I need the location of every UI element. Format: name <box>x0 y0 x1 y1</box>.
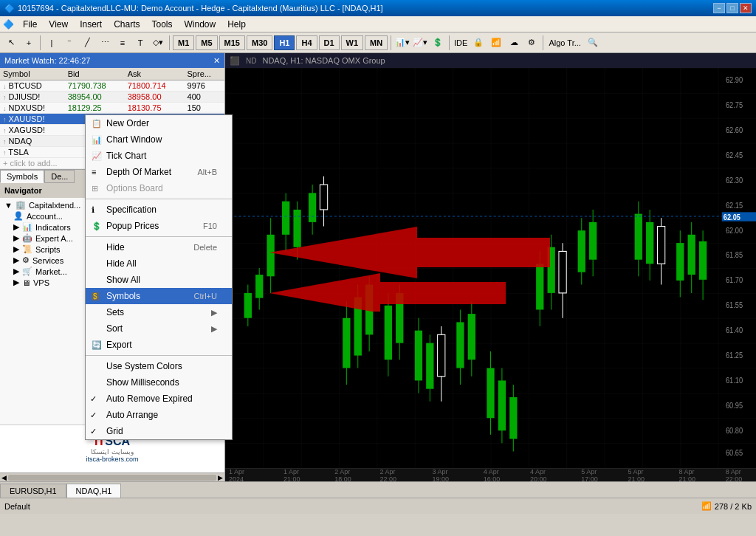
tab-eurusd[interactable]: EURUSD,H1 <box>0 484 66 498</box>
svg-rect-77 <box>676 243 684 281</box>
cm-hide-all[interactable]: Hide All <box>86 255 232 272</box>
time-label: 8 Apr 21:00 <box>679 468 709 481</box>
cm-depth-of-market[interactable]: ≡ Depth Of Market Alt+B <box>86 164 232 180</box>
algo-trade-btn[interactable]: Algo Tr... <box>546 35 583 51</box>
menu-file[interactable]: File <box>17 18 43 31</box>
cm-grid[interactable]: ✓ Grid <box>86 423 232 439</box>
indicator-btn[interactable]: 📈▾ <box>412 35 428 51</box>
svg-rect-31 <box>309 193 316 222</box>
window-controls[interactable]: − □ ✕ <box>713 3 752 13</box>
maximize-button[interactable]: □ <box>726 3 738 13</box>
chart-window-icon: 📊 <box>92 135 102 145</box>
menu-insert[interactable]: Insert <box>74 18 108 31</box>
cloud-btn[interactable]: ☁ <box>506 35 522 51</box>
table-row[interactable]: ↓ BTCUSD 71790.738 71800.714 9976 <box>0 80 224 92</box>
chart-header: ⬛ ND NDAQ, H1: NASDAQ OMX Group <box>225 53 756 68</box>
export-icon: 🔄 <box>92 340 102 350</box>
lock-btn[interactable]: 🔒 <box>470 35 487 51</box>
app-icon: 🔷 <box>4 4 15 13</box>
cm-item-label: Use System Colors <box>106 361 182 371</box>
menu-window[interactable]: Window <box>179 18 222 31</box>
tf-m30[interactable]: M30 <box>247 35 272 50</box>
nav-item-label: Indicators <box>35 223 71 232</box>
tf-w1[interactable]: W1 <box>341 35 364 50</box>
cm-item-label: Sets <box>106 307 124 317</box>
search-btn[interactable]: 🔍 <box>585 35 601 51</box>
menu-view[interactable]: View <box>43 18 74 31</box>
trading-btn[interactable]: 💲 <box>430 35 446 51</box>
shapes-tool[interactable]: ◇▾ <box>150 35 166 51</box>
minimize-button[interactable]: − <box>713 3 725 13</box>
chart-type-btn[interactable]: 📊▾ <box>394 35 410 51</box>
cm-auto-arrange[interactable]: ✓ Auto Arrange <box>86 407 232 423</box>
expand-icon: ▶ <box>13 278 19 287</box>
close-button[interactable]: ✕ <box>740 3 752 13</box>
symbols-icon: $ <box>92 292 99 300</box>
menu-tools[interactable]: Tools <box>146 18 179 31</box>
cm-tick-chart[interactable]: 📈 Tick Chart <box>86 148 232 164</box>
tab-symbols[interactable]: Symbols <box>0 170 44 183</box>
tf-h4[interactable]: H4 <box>296 35 317 50</box>
trendline-tool[interactable]: ╱ <box>79 35 95 51</box>
svg-text:61.40: 61.40 <box>726 326 743 335</box>
nav-item-label: Expert A... <box>35 234 73 243</box>
nav-item-label: Capitalxtend... <box>29 201 80 210</box>
cm-export[interactable]: 🔄 Export <box>86 337 232 353</box>
menu-help[interactable]: Help <box>221 18 252 31</box>
svg-rect-49 <box>438 334 445 376</box>
bottom-scrollbar[interactable]: ◀ ▶ <box>0 473 224 481</box>
svg-rect-81 <box>699 241 707 280</box>
menu-charts[interactable]: Charts <box>108 18 145 31</box>
chart-title: NDAQ, H1: NASDAQ OMX Group <box>262 56 385 65</box>
cm-hide[interactable]: Hide Delete <box>86 239 232 255</box>
market-watch-close[interactable]: ✕ <box>213 56 220 66</box>
crosshair-tool[interactable]: + <box>21 35 37 51</box>
check-grid: ✓ <box>90 427 97 436</box>
cm-sets[interactable]: Sets ▶ <box>86 304 232 320</box>
tf-m15[interactable]: M15 <box>219 35 245 50</box>
scrollbar-track[interactable] <box>8 475 216 481</box>
tab-detail[interactable]: De... <box>44 170 75 183</box>
cm-shortcut-hide: Delete <box>193 243 217 252</box>
cursor-tool[interactable]: ↖ <box>3 35 19 51</box>
svg-text:62.60: 62.60 <box>726 126 743 135</box>
cm-chart-window[interactable]: 📊 Chart Window <box>86 131 232 148</box>
tf-h1[interactable]: H1 <box>274 35 295 50</box>
cm-show-all[interactable]: Show All <box>86 272 232 288</box>
svg-rect-25 <box>267 235 274 276</box>
cm-popup-prices[interactable]: 💲 Popup Prices F10 <box>86 218 232 234</box>
time-label: 2 Apr 22:00 <box>379 468 410 481</box>
tf-mn[interactable]: MN <box>365 35 388 50</box>
hline-tool[interactable]: ⁻ <box>61 35 78 51</box>
ide-btn[interactable]: IDE <box>453 35 469 51</box>
scroll-left-btn[interactable]: ◀ <box>1 474 7 481</box>
table-row[interactable]: ↓ NDXUSD! 18129.25 18130.75 150 <box>0 103 224 114</box>
cm-item-label: Tick Chart <box>106 151 146 161</box>
tab-ndaq[interactable]: NDAQ,H1 <box>66 484 122 498</box>
chart-time-axis: 1 Apr 2024 1 Apr 21:00 2 Apr 18:00 2 Apr… <box>225 468 756 481</box>
nav-item-label: VPS <box>33 278 49 287</box>
cm-auto-remove-expired[interactable]: ✓ Auto Remove Expired <box>86 391 232 407</box>
nav-item-label: Market... <box>35 267 67 276</box>
chart-canvas[interactable]: 62.90 62.75 62.60 62.45 62.30 62.15 62.0… <box>225 68 756 468</box>
tf-m1[interactable]: M1 <box>173 35 194 50</box>
tf-m5[interactable]: M5 <box>196 35 217 50</box>
cm-sort[interactable]: Sort ▶ <box>86 320 232 337</box>
text-tool[interactable]: T <box>132 35 148 51</box>
signal-btn[interactable]: 📶 <box>488 35 504 51</box>
cm-use-system-colors[interactable]: Use System Colors <box>86 358 232 374</box>
cm-show-milliseconds[interactable]: Show Milliseconds <box>86 374 232 391</box>
fibo-tool[interactable]: ≡ <box>114 35 131 51</box>
cm-item-label: Export <box>106 340 132 350</box>
settings-btn[interactable]: ⚙ <box>523 35 540 51</box>
cm-new-order[interactable]: 📋 New Order <box>86 115 232 131</box>
cm-specification[interactable]: ℹ Specification <box>86 202 232 218</box>
channel-tool[interactable]: ⋯ <box>97 35 113 51</box>
cm-symbols[interactable]: $ Symbols Ctrl+U <box>86 288 232 304</box>
window-title: 🔷 10157694 - CapitalxtendLLC-MU: Demo Ac… <box>4 4 383 13</box>
tf-d1[interactable]: D1 <box>319 35 340 50</box>
table-row[interactable]: ↑ DJIUSD! 38954.00 38958.00 400 <box>0 92 224 103</box>
scroll-right-btn[interactable]: ▶ <box>218 474 223 481</box>
svg-rect-63 <box>548 247 555 293</box>
line-tool[interactable]: | <box>44 35 60 51</box>
